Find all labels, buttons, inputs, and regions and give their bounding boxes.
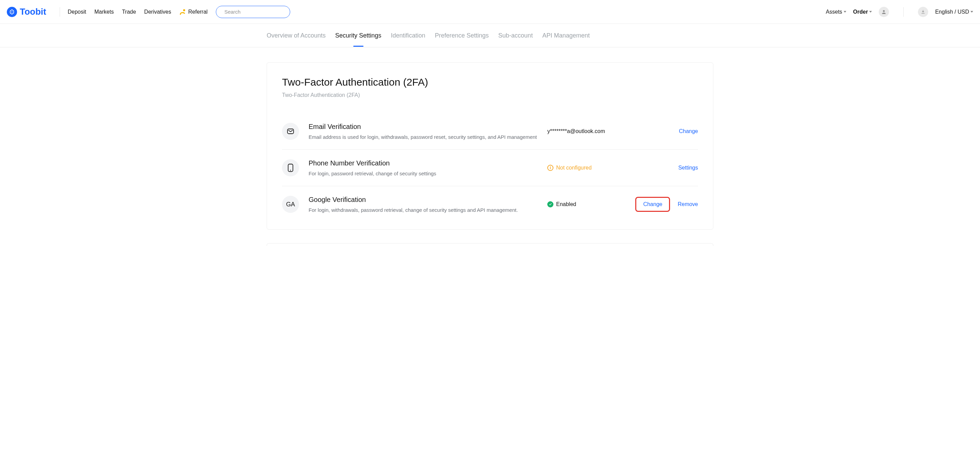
person-icon	[881, 9, 886, 15]
account-tabs-bar: Overview of Accounts Security Settings I…	[0, 24, 980, 48]
warning-icon: i	[547, 165, 554, 171]
phone-icon	[282, 159, 299, 176]
divider	[903, 7, 904, 17]
caret-down-icon	[970, 11, 973, 13]
row-phone-status: i Not configured	[547, 165, 678, 171]
order-label: Order	[853, 9, 868, 15]
brand-logo[interactable]: Toobit	[7, 6, 46, 17]
google-auth-icon: GA	[282, 196, 299, 213]
row-phone-verification: Phone Number Verification For login, pas…	[282, 150, 698, 186]
next-card-peek	[267, 243, 713, 246]
row-email-title: Email Verification	[309, 123, 547, 131]
search-input[interactable]	[224, 9, 289, 15]
svg-point-1	[183, 9, 185, 11]
card-subtitle: Two-Factor Authentication (2FA)	[282, 92, 698, 98]
nav-referral-label: Referral	[188, 9, 208, 15]
row-phone-desc: For login, password retrieval, change of…	[309, 171, 547, 176]
ga-badge-text: GA	[286, 201, 295, 208]
search-box[interactable]	[216, 6, 290, 18]
row-google-verification: GA Google Verification For login, withdr…	[282, 186, 698, 222]
row-email-desc: Email address is used for login, withdra…	[309, 134, 547, 140]
row-google-status-text: Enabled	[556, 201, 576, 207]
assets-label: Assets	[826, 9, 842, 15]
locale-dropdown[interactable]: English / USD	[935, 9, 973, 15]
row-phone-status-text: Not configured	[556, 165, 592, 171]
tab-security[interactable]: Security Settings	[335, 32, 381, 39]
caret-down-icon	[843, 11, 846, 13]
caret-down-icon	[869, 11, 872, 13]
row-google-desc: For login, withdrawals, password retriev…	[309, 207, 547, 213]
check-icon	[547, 201, 554, 207]
referral-icon	[179, 9, 186, 15]
row-google-title: Google Verification	[309, 196, 547, 204]
nav-deposit[interactable]: Deposit	[67, 9, 86, 15]
nav-derivatives[interactable]: Derivatives	[144, 9, 171, 15]
row-email-verification: Email Verification Email address is used…	[282, 113, 698, 150]
tab-overview[interactable]: Overview of Accounts	[267, 32, 326, 39]
tab-subaccount[interactable]: Sub-account	[498, 32, 533, 39]
nav-referral[interactable]: Referral	[179, 9, 208, 15]
tab-api[interactable]: API Management	[542, 32, 590, 39]
main-nav-links: Deposit Markets Trade Derivatives Referr…	[67, 9, 207, 15]
phone-settings-button[interactable]: Settings	[678, 165, 698, 171]
brand-name: Toobit	[20, 6, 46, 17]
email-change-button[interactable]: Change	[679, 128, 698, 134]
row-email-status: y********a@outlook.com	[547, 128, 679, 134]
google-remove-button[interactable]: Remove	[678, 201, 698, 207]
account-avatar[interactable]	[879, 7, 889, 17]
divider	[60, 7, 60, 17]
top-nav: Toobit Deposit Markets Trade Derivatives…	[0, 0, 980, 24]
svg-point-4	[883, 10, 885, 11]
row-phone-title: Phone Number Verification	[309, 159, 547, 167]
tab-preference[interactable]: Preference Settings	[435, 32, 488, 39]
google-change-button[interactable]: Change	[643, 201, 662, 207]
top-right-cluster: Assets Order English / USD	[826, 7, 973, 17]
row-google-status: Enabled	[547, 201, 635, 207]
two-factor-card: Two-Factor Authentication (2FA) Two-Fact…	[267, 62, 713, 230]
locale-label: English / USD	[935, 9, 969, 15]
tab-identification[interactable]: Identification	[391, 32, 425, 39]
download-button[interactable]	[918, 7, 928, 17]
svg-point-8	[290, 170, 291, 171]
nav-trade[interactable]: Trade	[122, 9, 136, 15]
nav-markets[interactable]: Markets	[94, 9, 114, 15]
svg-point-0	[11, 11, 13, 12]
download-icon	[921, 10, 926, 14]
order-dropdown[interactable]: Order	[853, 9, 872, 15]
brand-logo-icon	[7, 7, 17, 17]
card-title: Two-Factor Authentication (2FA)	[282, 77, 698, 88]
google-change-highlight: Change	[635, 197, 670, 212]
email-icon	[282, 123, 299, 140]
assets-dropdown[interactable]: Assets	[826, 9, 846, 15]
